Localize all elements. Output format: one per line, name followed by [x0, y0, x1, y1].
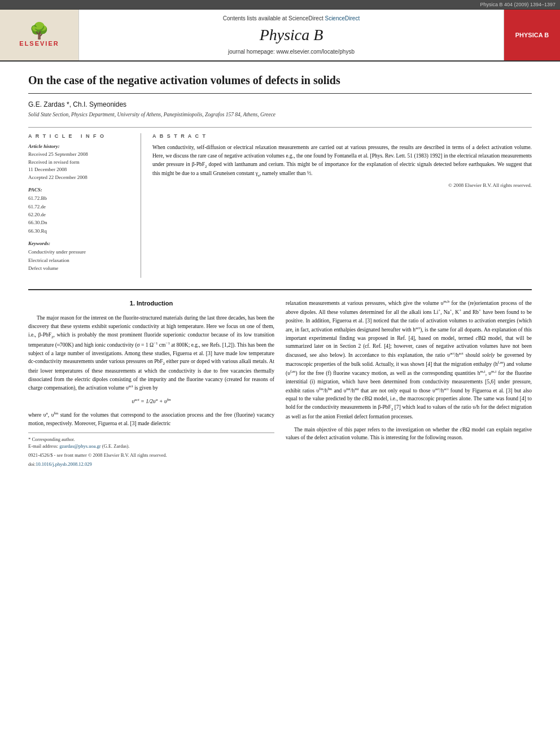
copyright-notice: © 2008 Elsevier B.V. All rights reserved… [152, 182, 532, 188]
top-bar: Physica B 404 (2009) 1394–1397 [0, 0, 560, 9]
elsevier-logo: 🌳 ELSEVIER [19, 23, 59, 47]
keyword-item: Electrical relaxation [28, 256, 132, 264]
keyword-item: Defect volume [28, 264, 132, 272]
email-label: E-mail address: [28, 443, 59, 449]
pacs-item: 61.72.Bb [28, 194, 132, 202]
pacs-item: 61.72.de [28, 203, 132, 211]
doi-link[interactable]: 10.1016/j.physb.2008.12.029 [36, 461, 91, 467]
body-section: 1. Introduction The major reason for the… [28, 289, 532, 468]
article-affiliation: Solid State Section, Physics Department,… [28, 111, 532, 119]
journal-citation: Physica B 404 (2009) 1394–1397 [480, 2, 555, 7]
revised-label: Received in revised form [28, 159, 132, 167]
body-right-column: relaxation measurements at various press… [286, 299, 532, 468]
equation-1: υact = 1/2υa + υfm [28, 397, 274, 406]
history-label: Article history: [28, 143, 132, 149]
journal-header: 🌳 ELSEVIER Contents lists available at S… [0, 9, 560, 62]
sciencedirect-anchor[interactable]: ScienceDirect [325, 15, 360, 21]
abstract-column: A B S T R A C T When conductivity, self-… [152, 133, 532, 278]
article-info-column: A R T I C L E I N F O Article history: R… [28, 133, 141, 278]
pacs-item: 66.30.Rq [28, 227, 132, 235]
pacs-item: 66.30.Dn [28, 219, 132, 226]
pacs-label: PACS: [28, 187, 132, 193]
elsevier-wordmark: ELSEVIER [19, 40, 59, 47]
corresponding-author-note: * Corresponding author. [28, 436, 274, 443]
article-content: On the case of the negative activation v… [0, 62, 560, 480]
accepted-date: Accepted 22 December 2008 [28, 174, 132, 182]
received-date: Received 25 September 2008 [28, 151, 132, 159]
keywords-label: Keywords: [28, 241, 132, 246]
journal-title: Physica B [260, 26, 323, 44]
email-author: (G.E. Zardas). [102, 443, 130, 449]
abstract-label: A B S T R A C T [152, 133, 532, 139]
where-text: where υa, υfm stand for the volumes that… [28, 410, 274, 428]
keyword-item: Conductivity under pressure [28, 248, 132, 256]
revised-date: 11 December 2008 [28, 166, 132, 174]
body-left-column: 1. Introduction The major reason for the… [28, 299, 274, 468]
pacs-list: 61.72.Bb 61.72.de 62.20.de 66.30.Dn 66.3… [28, 194, 132, 235]
journal-center-header: Contents lists available at ScienceDirec… [79, 10, 504, 60]
sciencedirect-link: Contents lists available at ScienceDirec… [223, 15, 360, 21]
info-abstract-section: A R T I C L E I N F O Article history: R… [28, 127, 532, 278]
elsevier-logo-section: 🌳 ELSEVIER [0, 10, 79, 60]
article-info-label: A R T I C L E I N F O [28, 133, 132, 139]
abstract-text: When conductivity, self-diffusion or ele… [152, 143, 532, 179]
issn-line: 0921-4526/$ - see front matter © 2008 El… [28, 452, 274, 459]
article-authors: G.E. Zardas *, Ch.I. Symeonides [28, 101, 532, 108]
article-footer: * Corresponding author. E-mail address: … [28, 433, 274, 469]
right-para-1: relaxation measurements at various press… [286, 299, 532, 421]
doi-line: doi:10.1016/j.physb.2008.12.029 [28, 461, 274, 468]
pacs-item: 62.20.de [28, 211, 132, 219]
email-link[interactable]: gzardas@phys.uoa.gr [59, 443, 100, 449]
intro-para-1: The major reason for the interest on the… [28, 314, 274, 392]
right-para-2: The main objective of this paper refers … [286, 426, 532, 442]
article-history: Article history: Received 25 September 2… [28, 143, 132, 181]
keywords-list: Conductivity under pressure Electrical r… [28, 248, 132, 272]
keywords-group: Keywords: Conductivity under pressure El… [28, 241, 132, 272]
physica-b-logo-section: PHYSICA B [504, 10, 560, 60]
physica-b-logo: PHYSICA B [515, 32, 549, 38]
journal-homepage: journal homepage: www.elsevier.com/locat… [228, 49, 355, 55]
pacs-group: PACS: 61.72.Bb 61.72.de 62.20.de 66.30.D… [28, 187, 132, 235]
section1-heading: 1. Introduction [28, 299, 274, 308]
email-note: E-mail address: gzardas@phys.uoa.gr (G.E… [28, 443, 274, 450]
tree-icon: 🌳 [19, 23, 59, 39]
article-title: On the case of the negative activation v… [28, 73, 532, 94]
